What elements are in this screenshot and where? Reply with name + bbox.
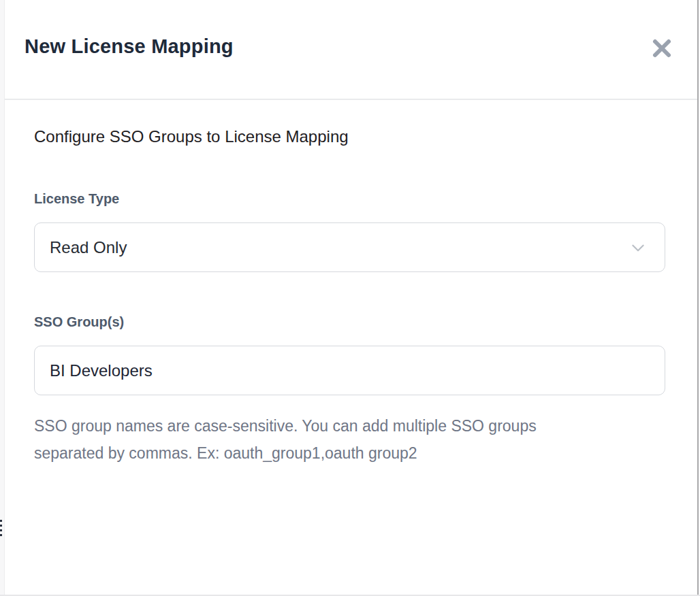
license-type-label: License Type — [34, 191, 665, 208]
modal-header: New License Mapping — [5, 0, 698, 100]
background-page-strip — [0, 0, 5, 596]
close-icon — [652, 38, 672, 59]
sso-groups-help-line-1: SSO group names are case-sensitive. You … — [34, 412, 665, 440]
sso-groups-help-text: SSO group names are case-sensitive. You … — [34, 412, 665, 467]
sso-groups-help-line-2: separated by commas. Ex: oauth_group1,oa… — [34, 440, 665, 467]
new-license-mapping-modal: New License Mapping Configure SSO Groups… — [5, 0, 698, 596]
close-button[interactable] — [650, 37, 673, 60]
license-type-select[interactable]: Read Only — [34, 222, 665, 272]
background-menu-icon-fragment — [0, 520, 2, 539]
license-type-selected-value: Read Only — [50, 238, 127, 257]
modal-subtitle: Configure SSO Groups to License Mapping — [34, 127, 665, 147]
modal-title: New License Mapping — [25, 34, 234, 59]
sso-groups-input[interactable] — [34, 346, 665, 395]
chevron-down-icon — [629, 239, 647, 256]
modal-body: Configure SSO Groups to License Mapping … — [5, 100, 698, 467]
sso-groups-label: SSO Group(s) — [34, 314, 665, 331]
window-right-edge-line — [697, 0, 699, 596]
screen: New License Mapping Configure SSO Groups… — [0, 0, 700, 596]
